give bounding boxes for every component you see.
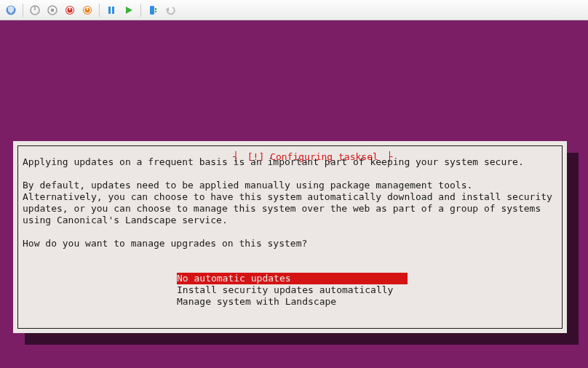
svg-rect-15 xyxy=(155,8,156,10)
svg-rect-14 xyxy=(150,6,154,15)
upgrade-options: No automatic updates Install security up… xyxy=(177,273,408,308)
vm-manager-icon[interactable] xyxy=(3,2,19,18)
play-icon[interactable] xyxy=(121,2,137,18)
power-off-icon[interactable] xyxy=(27,2,43,18)
option-label: No automatic updates xyxy=(177,273,291,284)
vm-toolbar xyxy=(0,0,588,20)
svg-rect-12 xyxy=(112,7,114,14)
option-label: Install security updates automatically xyxy=(177,284,393,295)
undo-icon[interactable] xyxy=(162,2,178,18)
dialog-paragraph-2: By default, updates need to be applied m… xyxy=(23,180,558,225)
usb-icon[interactable] xyxy=(145,2,161,18)
option-no-automatic-updates[interactable]: No automatic updates xyxy=(177,273,408,284)
toolbar-separator xyxy=(23,4,23,17)
option-manage-with-landscape[interactable]: Manage system with Landscape xyxy=(177,296,408,308)
toolbar-separator xyxy=(99,4,100,17)
svg-rect-16 xyxy=(155,11,156,12)
svg-marker-13 xyxy=(126,7,132,14)
svg-rect-11 xyxy=(108,7,111,14)
svg-rect-4 xyxy=(51,9,54,12)
tasksel-dialog: ┤ [!] Configuring tasksel ├ Applying upd… xyxy=(13,141,567,333)
toolbar-separator xyxy=(140,4,141,17)
pause-icon[interactable] xyxy=(103,2,119,18)
shutdown-orange-icon[interactable] xyxy=(79,2,95,18)
option-padding xyxy=(291,273,405,284)
dialog-body: Applying updates on a frequent basis is … xyxy=(23,156,557,249)
option-label: Manage system with Landscape xyxy=(177,296,336,307)
vm-display: ┤ [!] Configuring tasksel ├ Applying upd… xyxy=(0,20,588,368)
dialog-question: How do you want to manage upgrades on th… xyxy=(23,238,307,249)
dialog-frame: ┤ [!] Configuring tasksel ├ Applying upd… xyxy=(17,145,563,329)
dialog-paragraph-1: Applying updates on a frequent basis is … xyxy=(23,156,524,167)
shutdown-red-icon[interactable] xyxy=(62,2,78,18)
option-install-security-updates[interactable]: Install security updates automatically xyxy=(177,284,408,296)
power-hard-off-icon[interactable] xyxy=(44,2,60,18)
